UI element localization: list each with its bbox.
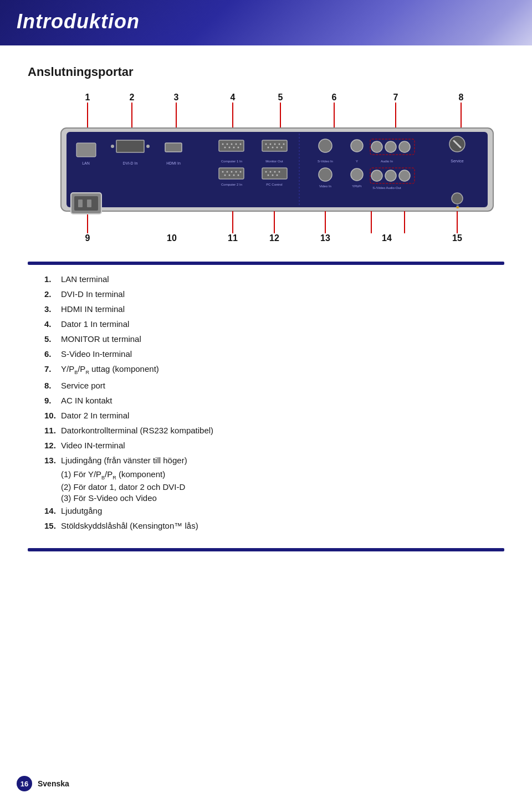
svg-point-85 <box>371 170 382 181</box>
svg-point-66 <box>277 175 278 176</box>
page-footer: 16 Svenska <box>17 776 69 791</box>
list-item-1: 1. LAN terminal <box>44 273 488 285</box>
svg-point-34 <box>233 147 235 149</box>
svg-point-68 <box>319 139 332 152</box>
svg-rect-99 <box>78 200 83 207</box>
svg-text:Video In: Video In <box>319 185 331 188</box>
item-number-9: 9. <box>44 396 61 405</box>
item-text-1: LAN terminal <box>61 273 109 285</box>
item-number-7: 7. <box>44 364 61 374</box>
item-text-6: S-Video In-terminal <box>61 348 132 360</box>
item-text-15: Stöldskyddslåshål (Kensington™ lås) <box>61 520 198 531</box>
svg-point-45 <box>233 175 235 176</box>
list-item-10: 10. Dator 2 In terminal <box>44 410 488 421</box>
svg-text:DVI-D In: DVI-D In <box>123 161 138 165</box>
svg-point-51 <box>274 144 276 145</box>
svg-point-49 <box>265 144 267 145</box>
svg-rect-26 <box>219 140 244 151</box>
svg-text:10: 10 <box>167 233 177 243</box>
svg-point-53 <box>283 144 285 145</box>
item-number-1: 1. <box>44 274 61 284</box>
svg-point-64 <box>268 175 269 176</box>
item-number-11: 11. <box>44 426 61 435</box>
svg-text:8: 8 <box>459 93 464 102</box>
svg-point-38 <box>222 171 224 173</box>
list-item-4: 4. Dator 1 In terminal <box>44 318 488 330</box>
svg-text:PC Control: PC Control <box>266 183 282 186</box>
list-item-12: 12. Video IN-terminal <box>44 439 488 451</box>
main-content: Anslutningsportar 1 2 3 4 5 6 7 8 <box>0 45 532 568</box>
svg-point-22 <box>146 145 150 148</box>
svg-text:Y: Y <box>356 160 358 163</box>
svg-point-86 <box>385 170 396 181</box>
svg-point-40 <box>231 171 233 173</box>
svg-text:13: 13 <box>320 233 330 243</box>
svg-text:LAN: LAN <box>82 161 90 165</box>
item-13-sub3: (3) För S-Video och Video <box>61 493 488 503</box>
svg-text:Monitor Out: Monitor Out <box>265 160 283 163</box>
item-number-5: 5. <box>44 334 61 344</box>
item-number-15: 15. <box>44 521 61 530</box>
list-item-11: 11. Datorkontrollterminal (RS232 kompati… <box>44 425 488 436</box>
item-text-13: Ljudingång (från vänster till höger) <box>61 454 187 466</box>
svg-text:1: 1 <box>85 93 90 102</box>
bottom-separator-bar <box>28 548 504 551</box>
device-diagram: 1 2 3 4 5 6 7 8 LAN <box>28 90 504 246</box>
list-item-2: 2. DVI-D In terminal <box>44 288 488 300</box>
list-item-7: 7. Y/PB/PR uttag (komponent) <box>44 363 488 376</box>
item-text-9: AC IN kontakt <box>61 395 112 406</box>
top-separator-bar <box>28 262 504 265</box>
list-item-5: 5. MONITOR ut terminal <box>44 333 488 345</box>
svg-point-28 <box>227 144 228 145</box>
list-item-8: 8. Service port <box>44 380 488 391</box>
svg-point-33 <box>229 147 231 149</box>
svg-text:11: 11 <box>228 233 238 243</box>
footer-language: Svenska <box>38 779 69 788</box>
item-number-13: 13. <box>44 456 61 465</box>
svg-text:2: 2 <box>130 93 135 102</box>
svg-point-62 <box>274 171 276 173</box>
svg-point-39 <box>227 171 228 173</box>
svg-point-52 <box>279 144 280 145</box>
svg-rect-24 <box>165 143 182 152</box>
page-number: 16 <box>17 776 32 791</box>
item-text-11: Datorkontrollterminal (RS232 kompatibel) <box>61 425 213 436</box>
page-header: Introduktion <box>0 0 532 45</box>
item-number-4: 4. <box>44 319 61 329</box>
item-13-sublist: (1) För Y/PB/PR (komponent) (2) För dato… <box>61 469 488 503</box>
svg-text:Computer 1 In: Computer 1 In <box>221 160 242 163</box>
item-text-3: HDMI IN terminal <box>61 303 125 315</box>
svg-rect-100 <box>87 200 91 207</box>
svg-point-80 <box>319 168 332 181</box>
svg-point-61 <box>270 171 272 173</box>
svg-rect-20 <box>116 140 144 152</box>
item-text-5: MONITOR ut terminal <box>61 333 141 345</box>
list-item-14: 14. Ljudutgång <box>44 505 488 516</box>
item-text-7: Y/PB/PR uttag (komponent) <box>61 363 159 376</box>
item-text-4: Dator 1 In terminal <box>61 318 129 330</box>
svg-point-70 <box>351 140 363 152</box>
svg-text:5: 5 <box>278 93 283 102</box>
section-title: Anslutningsportar <box>28 65 504 79</box>
svg-point-73 <box>371 141 382 152</box>
item-13-sub2: (2) För dator 1, dator 2 och DVI-D <box>61 482 488 492</box>
items-list: 1. LAN terminal 2. DVI-D In terminal 3. … <box>28 273 504 531</box>
svg-point-55 <box>272 147 274 149</box>
svg-point-43 <box>224 175 226 176</box>
list-item-15: 15. Stöldskyddslåshål (Kensington™ lås) <box>44 520 488 531</box>
list-item-9: 9. AC IN kontakt <box>44 395 488 406</box>
svg-point-31 <box>240 144 242 145</box>
svg-point-42 <box>240 171 242 173</box>
item-number-14: 14. <box>44 506 61 515</box>
item-number-10: 10. <box>44 411 61 420</box>
svg-text:4: 4 <box>231 93 236 102</box>
svg-text:S-/Video Audio-Out: S-/Video Audio-Out <box>372 186 401 190</box>
svg-point-87 <box>399 170 410 181</box>
item-number-6: 6. <box>44 349 61 359</box>
list-item-3: 3. HDMI IN terminal <box>44 303 488 315</box>
item-number-3: 3. <box>44 304 61 314</box>
svg-point-21 <box>111 145 114 148</box>
item-text-14: Ljudutgång <box>61 505 102 516</box>
svg-point-75 <box>399 141 410 152</box>
item-text-2: DVI-D In terminal <box>61 288 125 300</box>
